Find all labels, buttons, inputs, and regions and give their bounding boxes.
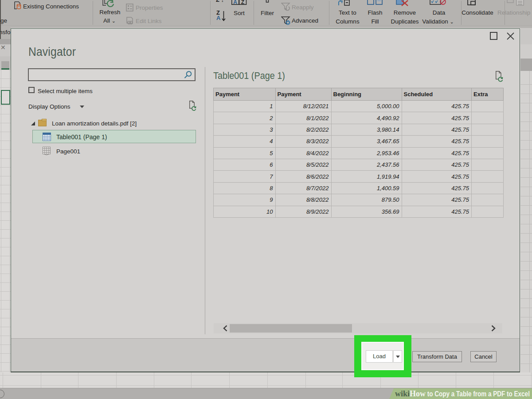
svg-text:A: A (233, 0, 237, 5)
svg-text:Z: Z (241, 0, 244, 5)
